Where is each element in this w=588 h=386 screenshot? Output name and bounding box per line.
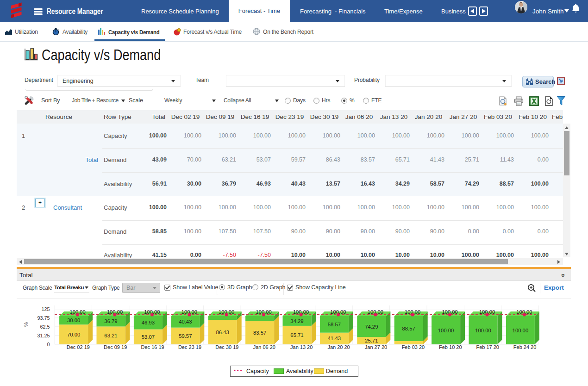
svg-text:58.57: 58.57: [328, 322, 341, 327]
svg-text:100.00: 100.00: [438, 328, 454, 333]
svg-text:88.57: 88.57: [402, 326, 415, 331]
svg-text:65.71: 65.71: [290, 332, 303, 338]
svg-text:41.43: 41.43: [328, 336, 341, 341]
svg-text:53.07: 53.07: [142, 334, 155, 340]
svg-text:25.71: 25.71: [365, 338, 378, 343]
svg-text:74.29: 74.29: [365, 324, 378, 330]
svg-text:Jan 27 20: Jan 27 20: [365, 344, 387, 350]
svg-text:Jan 13 20: Jan 13 20: [290, 344, 313, 350]
svg-text:Dec 23 19: Dec 23 19: [178, 344, 201, 350]
svg-text:Dec 30 19: Dec 30 19: [215, 344, 238, 350]
svg-text:Jan 20 20: Jan 20 20: [327, 344, 350, 350]
svg-text:Dec 02 19: Dec 02 19: [67, 344, 90, 350]
svg-text:Feb 10 20: Feb 10 20: [439, 344, 462, 350]
svg-text:30.00: 30.00: [67, 318, 80, 323]
svg-text:59.57: 59.57: [179, 333, 192, 339]
svg-text:Dec 16 19: Dec 16 19: [141, 344, 164, 350]
svg-text:36.79: 36.79: [104, 318, 117, 324]
svg-text:62.5: 62.5: [40, 324, 50, 330]
svg-text:46.93: 46.93: [142, 320, 155, 325]
svg-text:63.21: 63.21: [104, 333, 117, 338]
svg-text:Feb 17 20: Feb 17 20: [476, 344, 499, 350]
svg-text:93.75: 93.75: [37, 315, 50, 321]
svg-text:Jan 06 20: Jan 06 20: [253, 344, 275, 350]
svg-text:%: %: [23, 322, 29, 327]
svg-text:31.25: 31.25: [37, 333, 50, 338]
svg-text:125: 125: [41, 306, 50, 312]
svg-text:70.00: 70.00: [67, 332, 80, 337]
svg-text:83.57: 83.57: [253, 330, 266, 336]
svg-text:0: 0: [47, 342, 50, 347]
svg-text:Dec 09 19: Dec 09 19: [104, 344, 127, 350]
svg-text:Feb 03 20: Feb 03 20: [402, 344, 425, 350]
svg-text:34.29: 34.29: [290, 318, 303, 324]
svg-text:100.00: 100.00: [513, 328, 529, 333]
svg-text:86.43: 86.43: [216, 330, 229, 335]
svg-text:40.43: 40.43: [179, 319, 192, 324]
svg-text:Feb 24 20: Feb 24 20: [513, 344, 537, 350]
svg-text:100.00: 100.00: [475, 328, 491, 333]
